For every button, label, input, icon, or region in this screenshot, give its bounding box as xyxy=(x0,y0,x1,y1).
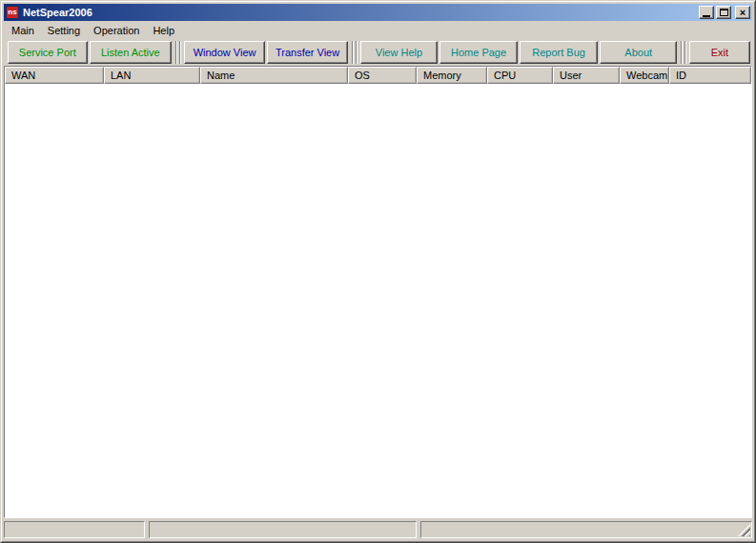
app-icon-glyph: ns xyxy=(8,8,16,16)
close-icon: × xyxy=(740,8,746,18)
view-help-button[interactable]: View Help xyxy=(360,41,439,64)
report-bug-button[interactable]: Report Bug xyxy=(520,41,599,64)
toolbar: Service Port Listen Active Window View T… xyxy=(4,39,752,65)
column-header-webcam[interactable]: Webcam xyxy=(620,67,669,84)
server-list: WAN LAN Name OS Memory CPU User Webcam I… xyxy=(4,66,752,518)
column-header-id[interactable]: ID xyxy=(669,67,751,84)
transfer-view-button[interactable]: Transfer View xyxy=(267,41,348,64)
minimize-icon xyxy=(703,15,710,17)
column-header-memory[interactable]: Memory xyxy=(417,67,487,84)
status-bar: Status: Idle Servers: 0 Designed by Dagg… xyxy=(4,520,752,539)
home-page-button[interactable]: Home Page xyxy=(439,41,518,64)
list-header: WAN LAN Name OS Memory CPU User Webcam I… xyxy=(5,67,751,84)
resize-grip[interactable] xyxy=(738,524,750,536)
minimize-button[interactable] xyxy=(699,6,714,19)
maximize-icon xyxy=(720,9,728,16)
exit-button[interactable]: Exit xyxy=(689,41,750,64)
column-header-os[interactable]: OS xyxy=(348,67,417,84)
menu-item-main[interactable]: Main xyxy=(5,23,41,39)
credits-panel: Designed by Dagger : Dagger2008@163.com … xyxy=(420,521,752,538)
window-controls: × xyxy=(697,6,750,19)
toolbar-separator xyxy=(352,41,358,64)
menu-item-operation[interactable]: Operation xyxy=(87,23,146,39)
window-title: NetSpear2006 xyxy=(23,7,697,18)
column-header-lan[interactable]: LAN xyxy=(104,67,200,84)
title-bar[interactable]: ns NetSpear2006 × xyxy=(4,4,752,21)
status-panel: Status: Idle xyxy=(4,521,145,538)
column-header-user[interactable]: User xyxy=(553,67,620,84)
servers-panel: Servers: 0 xyxy=(149,521,417,538)
about-button[interactable]: About xyxy=(600,41,677,64)
listen-active-button[interactable]: Listen Active xyxy=(90,41,172,64)
app-icon: ns xyxy=(6,6,19,19)
menu-bar: Main Setting Operation Help xyxy=(4,22,752,39)
column-header-wan[interactable]: WAN xyxy=(5,67,104,84)
menu-item-setting[interactable]: Setting xyxy=(41,23,87,39)
close-button[interactable]: × xyxy=(735,6,750,19)
app-window: ns NetSpear2006 × Main Setting Operation… xyxy=(0,0,756,543)
window-inner: ns NetSpear2006 × Main Setting Operation… xyxy=(1,1,755,542)
window-view-button[interactable]: Window View xyxy=(184,41,265,64)
column-header-name[interactable]: Name xyxy=(200,67,348,84)
service-port-button[interactable]: Service Port xyxy=(8,41,88,64)
column-header-cpu[interactable]: CPU xyxy=(487,67,553,84)
list-body[interactable] xyxy=(5,84,751,517)
toolbar-separator xyxy=(175,41,181,64)
menu-item-help[interactable]: Help xyxy=(146,23,181,39)
toolbar-separator xyxy=(681,41,686,64)
maximize-button[interactable] xyxy=(716,6,731,19)
